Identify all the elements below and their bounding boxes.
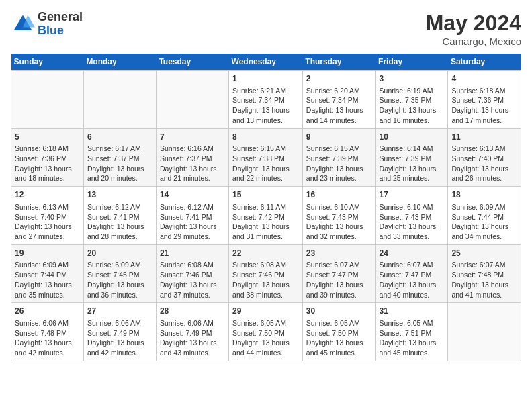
day-info: Sunrise: 6:20 AM Sunset: 7:34 PM Dayligh… [306,86,372,126]
day-number: 11 [451,132,517,143]
calendar-header: SundayMondayTuesdayWednesdayThursdayFrid… [11,54,521,71]
day-cell: 31Sunrise: 6:05 AM Sunset: 7:51 PM Dayli… [375,303,448,361]
day-info: Sunrise: 6:06 AM Sunset: 7:49 PM Dayligh… [160,318,225,358]
day-info: Sunrise: 6:10 AM Sunset: 7:43 PM Dayligh… [380,202,445,242]
day-cell: 24Sunrise: 6:07 AM Sunset: 7:47 PM Dayli… [375,244,448,303]
day-number: 19 [15,248,80,259]
day-cell: 9Sunrise: 6:15 AM Sunset: 7:39 PM Daylig… [302,128,375,187]
day-info: Sunrise: 6:14 AM Sunset: 7:39 PM Dayligh… [380,144,445,183]
day-cell: 13Sunrise: 6:12 AM Sunset: 7:41 PM Dayli… [83,187,156,245]
day-info: Sunrise: 6:16 AM Sunset: 7:37 PM Dayligh… [160,144,225,183]
day-info: Sunrise: 6:08 AM Sunset: 7:46 PM Dayligh… [232,260,299,300]
header-cell-tuesday: Tuesday [156,54,228,71]
day-cell: 23Sunrise: 6:07 AM Sunset: 7:47 PM Dayli… [302,244,375,303]
day-cell: 30Sunrise: 6:05 AM Sunset: 7:50 PM Dayli… [302,303,375,361]
day-cell [11,71,84,129]
day-info: Sunrise: 6:18 AM Sunset: 7:36 PM Dayligh… [451,86,517,126]
day-info: Sunrise: 6:05 AM Sunset: 7:50 PM Dayligh… [232,318,299,358]
day-cell: 12Sunrise: 6:13 AM Sunset: 7:40 PM Dayli… [11,187,84,245]
day-info: Sunrise: 6:18 AM Sunset: 7:36 PM Dayligh… [15,144,80,183]
day-info: Sunrise: 6:12 AM Sunset: 7:41 PM Dayligh… [87,202,152,242]
header-row: SundayMondayTuesdayWednesdayThursdayFrid… [11,54,521,71]
day-number: 25 [451,248,517,259]
day-info: Sunrise: 6:07 AM Sunset: 7:47 PM Dayligh… [380,260,445,300]
day-cell: 10Sunrise: 6:14 AM Sunset: 7:39 PM Dayli… [375,128,448,187]
day-number: 5 [15,132,80,143]
day-number: 1 [232,73,299,85]
day-cell: 22Sunrise: 6:08 AM Sunset: 7:46 PM Dayli… [229,244,303,303]
day-info: Sunrise: 6:05 AM Sunset: 7:51 PM Dayligh… [380,318,445,358]
day-number: 20 [87,248,152,259]
day-cell: 29Sunrise: 6:05 AM Sunset: 7:50 PM Dayli… [229,303,303,361]
day-number: 28 [160,306,225,317]
day-cell [156,71,228,129]
day-cell: 4Sunrise: 6:18 AM Sunset: 7:36 PM Daylig… [448,71,521,129]
day-cell: 14Sunrise: 6:12 AM Sunset: 7:41 PM Dayli… [156,187,228,245]
day-info: Sunrise: 6:11 AM Sunset: 7:42 PM Dayligh… [232,202,299,242]
day-number: 21 [160,248,225,259]
logo: General Blue [11,11,83,38]
header-cell-saturday: Saturday [448,54,521,71]
week-row-0: 1Sunrise: 6:21 AM Sunset: 7:34 PM Daylig… [11,71,521,129]
day-cell: 21Sunrise: 6:08 AM Sunset: 7:46 PM Dayli… [156,244,228,303]
day-number: 12 [15,189,80,201]
week-row-3: 19Sunrise: 6:09 AM Sunset: 7:44 PM Dayli… [11,244,521,303]
day-cell: 16Sunrise: 6:10 AM Sunset: 7:43 PM Dayli… [302,187,375,245]
day-info: Sunrise: 6:06 AM Sunset: 7:49 PM Dayligh… [87,318,152,358]
day-cell: 5Sunrise: 6:18 AM Sunset: 7:36 PM Daylig… [11,128,84,187]
day-number: 10 [380,132,445,143]
header-cell-thursday: Thursday [302,54,375,71]
week-row-4: 26Sunrise: 6:06 AM Sunset: 7:48 PM Dayli… [11,303,521,361]
day-cell: 26Sunrise: 6:06 AM Sunset: 7:48 PM Dayli… [11,303,84,361]
day-cell: 2Sunrise: 6:20 AM Sunset: 7:34 PM Daylig… [302,71,375,129]
title-block: May 2024 Camargo, Mexico [426,11,521,47]
day-cell: 7Sunrise: 6:16 AM Sunset: 7:37 PM Daylig… [156,128,228,187]
header-cell-monday: Monday [83,54,156,71]
logo-text: General Blue [38,11,83,38]
day-cell: 1Sunrise: 6:21 AM Sunset: 7:34 PM Daylig… [229,71,303,129]
day-number: 16 [306,189,372,201]
day-info: Sunrise: 6:07 AM Sunset: 7:48 PM Dayligh… [451,260,517,300]
day-info: Sunrise: 6:09 AM Sunset: 7:45 PM Dayligh… [87,260,152,300]
day-number: 24 [380,248,445,259]
page-header: General Blue May 2024 Camargo, Mexico [11,11,521,47]
day-number: 29 [232,306,299,317]
day-cell: 18Sunrise: 6:09 AM Sunset: 7:44 PM Dayli… [448,187,521,245]
day-info: Sunrise: 6:19 AM Sunset: 7:35 PM Dayligh… [380,86,445,126]
day-info: Sunrise: 6:15 AM Sunset: 7:38 PM Dayligh… [232,144,299,183]
day-cell: 3Sunrise: 6:19 AM Sunset: 7:35 PM Daylig… [375,71,448,129]
logo-icon [11,12,35,36]
week-row-2: 12Sunrise: 6:13 AM Sunset: 7:40 PM Dayli… [11,187,521,245]
day-number: 13 [87,189,152,201]
day-number: 14 [160,189,225,201]
day-number: 7 [160,132,225,143]
day-cell: 6Sunrise: 6:17 AM Sunset: 7:37 PM Daylig… [83,128,156,187]
day-number: 9 [306,132,372,143]
header-cell-wednesday: Wednesday [229,54,303,71]
day-info: Sunrise: 6:06 AM Sunset: 7:48 PM Dayligh… [15,318,80,358]
day-info: Sunrise: 6:15 AM Sunset: 7:39 PM Dayligh… [306,144,372,183]
day-number: 17 [380,189,445,201]
location-subtitle: Camargo, Mexico [426,36,521,47]
header-cell-friday: Friday [375,54,448,71]
day-number: 27 [87,306,152,317]
day-number: 23 [306,248,372,259]
day-info: Sunrise: 6:09 AM Sunset: 7:44 PM Dayligh… [451,202,517,242]
month-year-title: May 2024 [426,11,521,36]
day-number: 8 [232,132,299,143]
day-number: 22 [232,248,299,259]
day-info: Sunrise: 6:13 AM Sunset: 7:40 PM Dayligh… [15,202,80,242]
day-cell [448,303,521,361]
calendar-body: 1Sunrise: 6:21 AM Sunset: 7:34 PM Daylig… [11,71,521,361]
day-info: Sunrise: 6:08 AM Sunset: 7:46 PM Dayligh… [160,260,225,300]
day-cell: 19Sunrise: 6:09 AM Sunset: 7:44 PM Dayli… [11,244,84,303]
header-cell-sunday: Sunday [11,54,84,71]
day-cell: 15Sunrise: 6:11 AM Sunset: 7:42 PM Dayli… [229,187,303,245]
logo-blue: Blue [38,24,83,38]
day-info: Sunrise: 6:10 AM Sunset: 7:43 PM Dayligh… [306,202,372,242]
day-number: 3 [380,73,445,85]
day-number: 4 [451,73,517,85]
day-number: 18 [451,189,517,201]
calendar-table: SundayMondayTuesdayWednesdayThursdayFrid… [11,54,521,361]
day-info: Sunrise: 6:17 AM Sunset: 7:37 PM Dayligh… [87,144,152,183]
